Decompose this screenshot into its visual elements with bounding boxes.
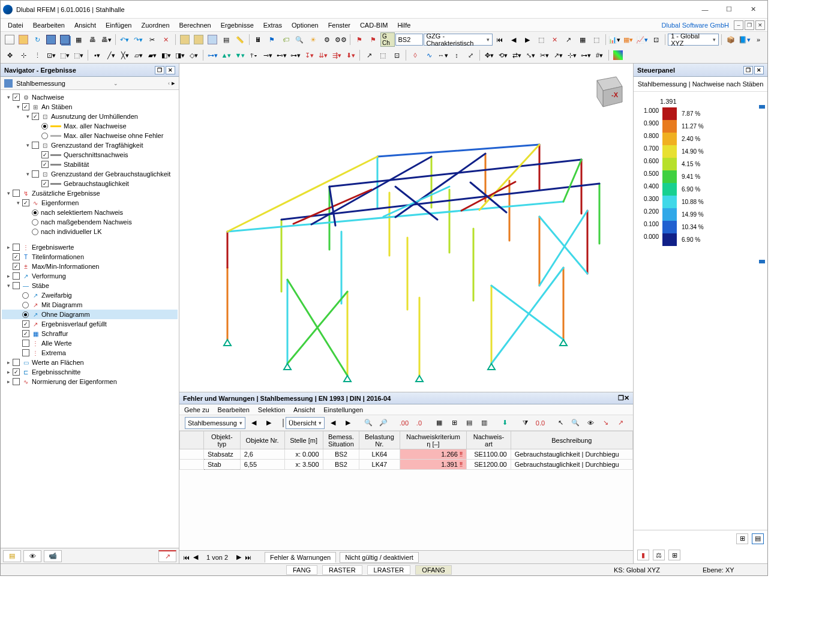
column-header[interactable]: Objekt-typ (204, 431, 241, 449)
tool-a-icon[interactable]: ⬚ (535, 33, 548, 46)
sp-btn-1-icon[interactable]: ⊞ (736, 533, 748, 544)
color-cube-icon[interactable] (611, 49, 625, 62)
tree-row[interactable]: ▾⊡Grenzzustand der Gebrauchstauglichkeit (2, 169, 178, 179)
navigator-close-button[interactable]: ✕ (166, 66, 175, 74)
view-graph-icon[interactable]: ∿ (422, 49, 436, 62)
snap-fang[interactable]: FANG (286, 565, 317, 575)
tree-row[interactable]: ↗Ohne Diagramm (2, 310, 178, 319)
steuerpanel-close-button[interactable]: ✕ (754, 66, 764, 74)
radio[interactable] (32, 229, 38, 235)
tree-row[interactable]: ▾—Stäbe (2, 281, 178, 290)
save-icon[interactable] (44, 33, 58, 46)
pager-prev-icon[interactable]: ◀ (193, 553, 198, 561)
navigator-float-button[interactable]: ❐ (155, 66, 164, 74)
draw-node-icon[interactable]: •▾ (91, 49, 104, 62)
tool-c-icon[interactable]: ↗ (562, 33, 575, 46)
menu-berechnen[interactable]: Berechnen (175, 20, 216, 31)
mirror-icon[interactable]: ⇄▾ (510, 49, 523, 62)
print-preview-icon[interactable]: 🖶▾ (100, 33, 113, 46)
err-mark2-icon[interactable]: ↗ (614, 416, 627, 430)
tree-row[interactable]: ▸▭Werte an Flächen (2, 358, 178, 367)
checkbox[interactable] (41, 180, 49, 187)
release-icon[interactable]: ⊸▾ (261, 49, 274, 62)
tree-row[interactable]: Gebrauchstauglichkeit (2, 179, 178, 188)
draw-open-icon[interactable]: ◇▾ (187, 49, 200, 62)
menu-fenster[interactable]: Fenster (323, 20, 355, 31)
err-find-icon[interactable]: 🔍 (569, 416, 582, 430)
err-tool-7-icon[interactable]: ▤ (463, 416, 476, 430)
edit-3-icon[interactable]: ⊡ (390, 49, 403, 62)
checkbox[interactable] (13, 272, 20, 280)
tool-b-icon[interactable]: ✕ (548, 33, 562, 46)
snap-lraster[interactable]: LRASTER (367, 565, 411, 575)
sp-btn-2-icon[interactable]: ▤ (752, 533, 764, 544)
checkbox[interactable] (13, 190, 20, 197)
navigation-cube[interactable]: -X (585, 70, 627, 112)
err-next2-icon[interactable]: ▶ (341, 416, 355, 430)
radio[interactable] (32, 209, 38, 216)
company-link[interactable]: Dlubal Software GmbH (662, 22, 733, 29)
sp-tab-palette-icon[interactable]: ▮ (637, 550, 649, 560)
draw-solid2-icon[interactable]: ◨▾ (173, 49, 187, 62)
tool-d-icon[interactable]: ▦ (576, 33, 589, 46)
move-icon[interactable]: ✥▾ (482, 49, 496, 62)
err-filter-icon[interactable]: ⧩ (518, 416, 532, 430)
tree-row[interactable]: ⋮Extrema (2, 348, 178, 358)
menu-cadbim[interactable]: CAD-BIM (355, 20, 392, 31)
checkbox[interactable] (13, 368, 20, 376)
maximize-button[interactable]: ☐ (717, 1, 741, 18)
tree-row[interactable]: ▸∿Normierung der Eigenformen (2, 377, 178, 386)
view-y-icon[interactable]: ↕ (450, 49, 463, 62)
hinge-icon[interactable]: ⊶▾ (206, 49, 219, 62)
err-next-icon[interactable]: ▶ (262, 416, 275, 430)
edit-2-icon[interactable]: ⬚ (376, 49, 389, 62)
checkbox[interactable] (22, 320, 29, 328)
checkbox[interactable] (13, 244, 20, 251)
gears-icon[interactable]: ⚙⚙ (334, 33, 347, 46)
checkbox[interactable] (22, 103, 29, 110)
radio[interactable] (22, 311, 29, 318)
tag-icon[interactable]: 🏷 (279, 33, 292, 46)
navigator-subheader[interactable]: Stahlbemessung ⌄ ‹ ▸ (1, 77, 179, 90)
calc-icon[interactable]: 🖩 (251, 33, 265, 46)
join-icon[interactable]: ⊶▾ (579, 49, 592, 62)
err-menu-settings[interactable]: Einstellungen (323, 406, 363, 413)
checkbox[interactable] (13, 282, 20, 289)
new-file-icon[interactable] (3, 33, 16, 46)
flag-red2-icon[interactable]: ⚑ (367, 33, 380, 46)
tab-errors[interactable]: Fehler & Warnungen (265, 552, 336, 563)
errors-close-button[interactable]: ✕ (624, 394, 629, 402)
mdi-restore-button[interactable]: ❐ (745, 20, 754, 30)
err-tool-3-icon[interactable]: .00 (397, 416, 410, 430)
chart-icon[interactable]: 📈▾ (635, 33, 649, 46)
snap-ofang[interactable]: OFANG (415, 565, 452, 575)
errors-grid[interactable]: Objekt-typObjekte Nr.Stelle [m]Bemess.Si… (179, 431, 633, 550)
tree-row[interactable]: TTitelinformationen (2, 252, 178, 262)
err-tool-2-icon[interactable]: 🔎 (377, 416, 390, 430)
gear-icon[interactable]: ⚙ (320, 33, 334, 46)
scale-icon[interactable]: ⤡▾ (524, 49, 537, 62)
tab-invalid[interactable]: Nicht gültig / deaktiviert (340, 552, 419, 563)
undo-icon[interactable]: ↶▾ (118, 33, 131, 46)
checkbox[interactable] (22, 349, 29, 356)
view-x-icon[interactable]: ↔▾ (436, 49, 449, 62)
view-mode-2-icon[interactable] (192, 33, 205, 46)
tree-row[interactable]: nach selektiertem Nachweis (2, 208, 178, 217)
snap-1-icon[interactable]: ✥ (3, 49, 16, 62)
err-tool-8-icon[interactable]: ▥ (478, 416, 491, 430)
mdi-minimize-button[interactable]: – (734, 20, 743, 30)
snap-raster[interactable]: RASTER (322, 565, 362, 575)
global-cs-dropdown[interactable]: 1 - Global XYZ (668, 34, 719, 46)
err-tool-1-icon[interactable]: 🔍 (362, 416, 375, 430)
menu-ansicht[interactable]: Ansicht (70, 20, 101, 31)
err-menu-select[interactable]: Selektion (258, 406, 285, 413)
tree-row[interactable]: ▾⊞An Stäben (2, 102, 178, 112)
chevron-left-icon[interactable]: ‹ (166, 80, 172, 86)
tree-row[interactable]: ▾∿Eigenformen (2, 198, 178, 208)
snap-6-icon[interactable]: ⬚▾ (72, 49, 85, 62)
tree-row[interactable]: ↗Zweifarbig (2, 290, 178, 300)
support2-icon[interactable]: ▼▾ (233, 49, 247, 62)
err-menu-edit[interactable]: Bearbeiten (218, 406, 250, 413)
column-header[interactable]: Stelle [m] (284, 431, 323, 449)
delete-icon[interactable]: ✕ (160, 33, 173, 46)
